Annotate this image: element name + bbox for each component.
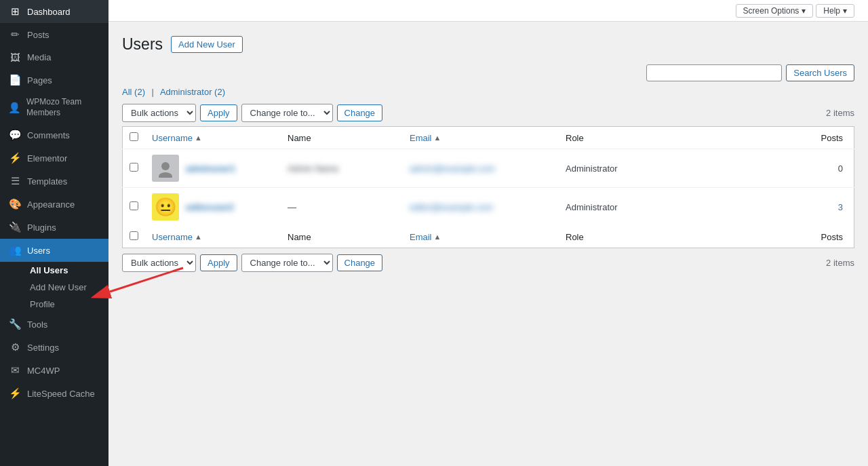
submenu-all-users[interactable]: All Users bbox=[24, 262, 108, 279]
elementor-icon: ⚡ bbox=[8, 152, 22, 164]
filter-separator: | bbox=[152, 87, 154, 97]
apply-top-button[interactable]: Apply bbox=[200, 104, 237, 121]
page-header: Users Add New User bbox=[122, 35, 854, 54]
footer-email-sort-icon: ▲ bbox=[434, 233, 441, 241]
row2-avatar-cell: 😐 editoruser2 bbox=[152, 193, 274, 220]
footer-username-sort-link[interactable]: Username ▲ bbox=[152, 232, 202, 242]
templates-icon: ☰ bbox=[8, 175, 22, 187]
filter-all-link[interactable]: All (2) bbox=[122, 87, 145, 97]
select-all-header bbox=[123, 127, 146, 149]
filter-links: All (2) | Administrator (2) bbox=[122, 87, 854, 97]
tools-icon: 🔧 bbox=[8, 318, 22, 330]
footer-email-sort-link[interactable]: Email ▲ bbox=[410, 232, 441, 242]
sidebar-item-media[interactable]: 🖼 Media bbox=[0, 46, 108, 69]
svg-point-1 bbox=[159, 172, 172, 178]
users-submenu: All Users Add New User Profile bbox=[0, 262, 108, 313]
filter-admin-link[interactable]: Administrator (2) bbox=[160, 87, 225, 97]
change-top-button[interactable]: Change bbox=[337, 104, 383, 121]
footer-name-header: Name bbox=[281, 226, 403, 248]
add-new-user-button[interactable]: Add New User bbox=[171, 36, 243, 53]
bulk-actions-bottom-select[interactable]: Bulk actions bbox=[122, 254, 196, 272]
row1-name-cell: Admin Name bbox=[281, 149, 403, 188]
email-sort-icon: ▲ bbox=[434, 134, 441, 142]
topbar: Screen Options ▾ Help ▾ bbox=[108, 0, 868, 22]
users-icon: 👥 bbox=[8, 244, 22, 256]
posts-header: Posts bbox=[640, 127, 854, 149]
submenu-profile[interactable]: Profile bbox=[24, 296, 108, 313]
footer-check-header bbox=[123, 226, 146, 248]
posts-icon: ✏ bbox=[8, 28, 22, 41]
chevron-down-icon: ▾ bbox=[843, 6, 847, 16]
help-button[interactable]: Help ▾ bbox=[816, 4, 854, 18]
row1-username-link[interactable]: adminuser1 bbox=[186, 163, 235, 174]
row2-avatar: 😐 bbox=[152, 193, 179, 220]
items-count-top: 2 items bbox=[826, 108, 854, 118]
footer-posts-header: Posts bbox=[640, 226, 854, 248]
footer-role-header: Role bbox=[559, 226, 640, 248]
main-area: Screen Options ▾ Help ▾ Users Add New Us… bbox=[108, 0, 868, 466]
sidebar-item-dashboard[interactable]: ⊞ Dashboard bbox=[0, 0, 108, 23]
table-row: 😐 editoruser2 — editor@example.com Admin… bbox=[123, 188, 854, 227]
change-role-top-select[interactable]: Change role to... bbox=[241, 104, 333, 122]
sidebar: ⊞ Dashboard ✏ Posts 🖼 Media 📄 Pages 👤 WP… bbox=[0, 0, 108, 466]
row2-email-cell: editor@example.com bbox=[403, 188, 559, 227]
sidebar-item-appearance[interactable]: 🎨 Appearance bbox=[0, 193, 108, 216]
row2-posts-link[interactable]: 3 bbox=[838, 202, 843, 212]
content-area: Users Add New User Search Users All (2) … bbox=[108, 22, 868, 466]
email-sort-link[interactable]: Email ▲ bbox=[410, 133, 441, 143]
wpmozo-icon: 👤 bbox=[8, 101, 21, 115]
sidebar-item-litespeed[interactable]: ⚡ LiteSpeed Cache bbox=[0, 382, 108, 405]
users-table: Username ▲ Name Email ▲ Role Posts bbox=[122, 126, 854, 248]
sidebar-item-users[interactable]: 👥 Users bbox=[0, 239, 108, 262]
search-row: Search Users bbox=[122, 64, 854, 81]
sidebar-item-tools[interactable]: 🔧 Tools bbox=[0, 313, 108, 336]
settings-icon: ⚙ bbox=[8, 341, 22, 353]
row2-username-cell: 😐 editoruser2 bbox=[145, 188, 281, 227]
items-count-bottom: 2 items bbox=[826, 258, 854, 268]
row1-posts-cell: 0 bbox=[640, 149, 854, 188]
media-icon: 🖼 bbox=[8, 52, 22, 63]
sidebar-item-pages[interactable]: 📄 Pages bbox=[0, 69, 108, 92]
svg-point-0 bbox=[161, 162, 170, 170]
row1-checkbox[interactable] bbox=[130, 163, 138, 172]
plugins-icon: 🔌 bbox=[8, 221, 22, 233]
apply-bottom-button[interactable]: Apply bbox=[200, 254, 237, 271]
name-header: Name bbox=[281, 127, 403, 149]
litespeed-icon: ⚡ bbox=[8, 387, 22, 400]
select-all-checkbox[interactable] bbox=[130, 132, 138, 141]
sidebar-item-elementor[interactable]: ⚡ Elementor bbox=[0, 147, 108, 170]
footer-email-header: Email ▲ bbox=[403, 226, 559, 248]
change-bottom-button[interactable]: Change bbox=[337, 254, 383, 271]
sidebar-item-posts[interactable]: ✏ Posts bbox=[0, 23, 108, 46]
page-title: Users bbox=[122, 35, 163, 54]
footer-username-header: Username ▲ bbox=[145, 226, 281, 248]
sidebar-item-templates[interactable]: ☰ Templates bbox=[0, 170, 108, 193]
row2-checkbox[interactable] bbox=[130, 201, 138, 210]
search-users-button[interactable]: Search Users bbox=[786, 64, 854, 81]
submenu-add-new-user[interactable]: Add New User bbox=[24, 279, 108, 296]
row2-posts-cell: 3 bbox=[640, 188, 854, 227]
sidebar-item-settings[interactable]: ⚙ Settings bbox=[0, 336, 108, 359]
change-role-bottom-select[interactable]: Change role to... bbox=[241, 254, 333, 272]
sidebar-item-comments[interactable]: 💬 Comments bbox=[0, 123, 108, 147]
row1-username-cell: adminuser1 bbox=[145, 149, 281, 188]
table-row: adminuser1 Admin Name admin@example.com … bbox=[123, 149, 854, 188]
username-header: Username ▲ bbox=[145, 127, 281, 149]
search-input[interactable] bbox=[646, 64, 782, 81]
bottom-toolbar: Bulk actions Apply Change role to... Cha… bbox=[122, 254, 854, 272]
sidebar-item-mc4wp[interactable]: ✉ MC4WP bbox=[0, 359, 108, 382]
row1-avatar-cell: adminuser1 bbox=[152, 155, 274, 182]
footer-sort-icon: ▲ bbox=[195, 233, 202, 241]
row2-role-cell: Administrator bbox=[559, 188, 640, 227]
username-sort-link[interactable]: Username ▲ bbox=[152, 133, 202, 143]
bulk-actions-top-select[interactable]: Bulk actions bbox=[122, 104, 196, 122]
top-toolbar: Bulk actions Apply Change role to... Cha… bbox=[122, 104, 854, 122]
sidebar-item-plugins[interactable]: 🔌 Plugins bbox=[0, 216, 108, 239]
row1-check-cell bbox=[123, 149, 146, 188]
sidebar-item-wpmozo[interactable]: 👤 WPMozo Team Members bbox=[0, 92, 108, 123]
row2-username-link[interactable]: editoruser2 bbox=[186, 202, 234, 212]
chevron-down-icon: ▾ bbox=[802, 6, 806, 16]
screen-options-button[interactable]: Screen Options ▾ bbox=[736, 4, 814, 18]
footer-select-all-checkbox[interactable] bbox=[130, 231, 138, 240]
table-header-row: Username ▲ Name Email ▲ Role Posts bbox=[123, 127, 854, 149]
